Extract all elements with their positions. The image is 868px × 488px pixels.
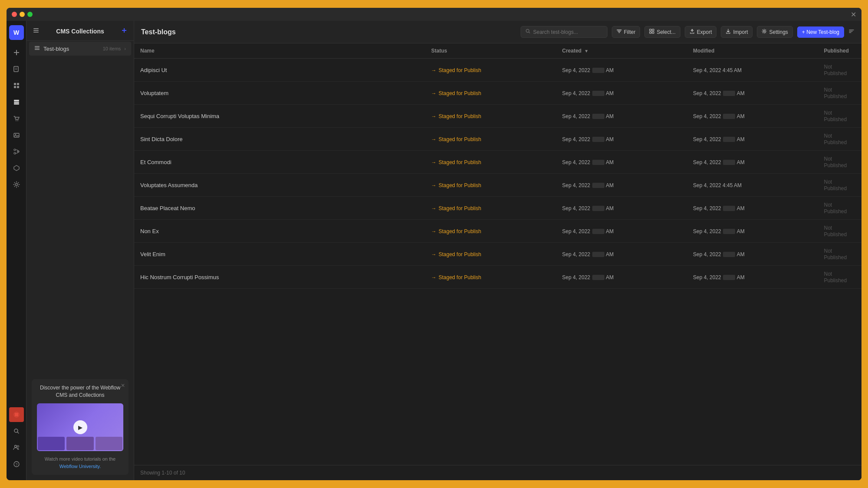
cell-modified: Sep 4, 2022 AM [687,220,818,243]
col-status[interactable]: Status [425,43,556,59]
publish-icon[interactable] [9,407,24,422]
table-head: Name Status Created ▼ Modified Published [134,43,861,59]
time-blur [723,137,735,142]
cms-sidebar: CMS Collections Test-blogs 10 items › ✕ [26,21,134,480]
table-header-row: Name Status Created ▼ Modified Published [134,43,861,59]
cms-sidebar-header: CMS Collections [26,21,134,41]
cell-created: Sep 4, 2022 AM [556,151,687,174]
collection-count: 10 items [103,46,121,51]
assets-icon[interactable] [9,128,24,142]
svg-rect-28 [33,28,39,29]
table-row[interactable]: Et Commodi→Staged for PublishSep 4, 2022… [134,151,861,174]
svg-rect-38 [650,29,651,31]
cell-created: Sep 4, 2022 AM [556,197,687,220]
export-button[interactable]: Export [685,26,717,38]
promo-footer-text: Watch more video tutorials on the [45,456,116,462]
close-dot[interactable] [12,12,17,17]
svg-rect-1 [14,52,19,53]
import-button[interactable]: Import [721,26,752,38]
date-created: Sep 4, 2022 AM [562,159,614,165]
table-row[interactable]: Voluptates Assumenda→Staged for PublishS… [134,174,861,197]
page-title: Test-blogs [141,28,516,36]
cms-sidebar-title: CMS Collections [56,28,104,35]
time-blur [592,252,604,257]
play-button[interactable]: ▶ [73,420,87,434]
table-row[interactable]: Sequi Corrupti Voluptas Minima→Staged fo… [134,105,861,128]
cell-modified: Sep 4, 2022 AM [687,197,818,220]
svg-line-37 [528,32,530,33]
svg-rect-29 [33,30,39,31]
search-input[interactable] [533,29,598,35]
cell-name: Hic Nostrum Corrupti Possimus [134,266,425,289]
table-container: Name Status Created ▼ Modified Published… [134,43,861,465]
svg-rect-11 [14,103,19,105]
select-button[interactable]: Select... [644,26,680,38]
table-row[interactable]: Velit Enim→Staged for PublishSep 4, 2022… [134,243,861,266]
close-button[interactable]: ✕ [851,10,856,19]
main-content: Test-blogs Filter S [134,21,861,480]
maximize-dot[interactable] [27,12,33,17]
svg-text:?: ? [15,462,17,467]
cell-status: →Staged for Publish [425,105,556,128]
users-icon[interactable] [9,440,24,455]
promo-video-thumbnail[interactable]: ▶ [37,403,123,451]
table-row[interactable]: Hic Nostrum Corrupti Possimus→Staged for… [134,266,861,289]
webflow-university-link[interactable]: Webflow University. [59,464,101,469]
filter-button[interactable]: Filter [612,26,640,38]
collection-item-test-blogs[interactable]: Test-blogs 10 items › [29,42,131,56]
search-global-icon[interactable] [9,424,24,439]
column-settings-icon[interactable] [848,28,855,36]
svg-rect-6 [17,83,19,85]
cell-modified: Sep 4, 2022 AM [687,82,818,105]
date-created: Sep 4, 2022 AM [562,274,614,280]
time-blur [723,252,735,257]
settings-icon[interactable] [9,177,24,192]
table-row[interactable]: Voluptatem→Staged for PublishSep 4, 2022… [134,82,861,105]
pages-icon[interactable] [9,62,24,76]
date-created: Sep 4, 2022 AM [562,205,614,211]
cell-published: Not Published [818,59,862,82]
date-modified: Sep 4, 2022 AM [693,159,745,165]
col-name[interactable]: Name [134,43,425,59]
table-row[interactable]: Sint Dicta Dolore→Staged for PublishSep … [134,128,861,151]
status-arrow-icon: → [431,90,436,96]
table-row[interactable]: Adipisci Ut→Staged for PublishSep 4, 202… [134,59,861,82]
search-box[interactable] [521,26,607,38]
ecommerce-icon[interactable] [9,111,24,126]
cms-add-icon[interactable] [121,27,128,35]
status-arrow-icon: → [431,182,436,188]
cell-published: Not Published [818,197,862,220]
col-modified[interactable]: Modified [687,43,818,59]
logic-icon[interactable] [9,144,24,159]
status-badge: →Staged for Publish [431,251,481,257]
table-row[interactable]: Non Ex→Staged for PublishSep 4, 2022 AMS… [134,220,861,243]
add-icon[interactable] [9,45,24,60]
svg-point-42 [763,30,765,32]
import-label: Import [733,29,748,35]
cms-menu-icon[interactable] [33,27,40,35]
promo-close-button[interactable]: ✕ [121,382,125,389]
settings-button[interactable]: Settings [757,26,792,38]
col-created[interactable]: Created ▼ [556,43,687,59]
cell-name: Sequi Corrupti Voluptas Minima [134,105,425,128]
cell-name: Velit Enim [134,243,425,266]
cell-status: →Staged for Publish [425,174,556,197]
status-badge: →Staged for Publish [431,274,481,280]
cms-icon[interactable] [9,95,24,109]
webflow-logo-icon[interactable]: W [9,25,24,40]
col-published[interactable]: Published [818,43,862,59]
status-arrow-icon: → [431,274,436,280]
showing-label: Showing 1-10 of 10 [140,470,185,476]
cell-published: Not Published [818,174,862,197]
time-blur [592,68,604,73]
svg-rect-40 [650,32,651,33]
components-icon[interactable] [9,78,24,93]
svg-line-23 [17,432,19,433]
table-row[interactable]: Beatae Placeat Nemo→Staged for PublishSe… [134,197,861,220]
help-icon[interactable]: ? [9,457,24,472]
integrations-icon[interactable] [9,161,24,175]
new-item-button[interactable]: + New Test-blog [797,26,844,38]
date-modified: Sep 4, 2022 4:45 AM [693,182,742,188]
minimize-dot[interactable] [20,12,25,17]
svg-rect-8 [17,86,19,88]
